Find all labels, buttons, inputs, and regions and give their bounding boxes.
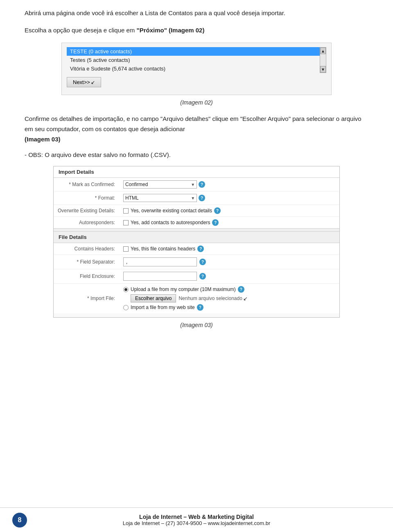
footer-text: Loja de Internet – Web & Marketing Digit… xyxy=(27,514,366,526)
form-bottom-padding xyxy=(54,313,339,317)
field-separator-input-row: ? xyxy=(123,257,335,266)
autoresponders-row: Autoresponders: Yes, add contacts to aut… xyxy=(54,217,339,229)
contains-headers-checkbox-label: Yes, this file contains headers xyxy=(131,246,195,252)
autoresponders-checkbox-label: Yes, add contacts to autoresponders xyxy=(131,220,210,225)
company-contact: Loja de Internet – (27) 3074-9500 – www.… xyxy=(27,520,366,526)
confirmed-select[interactable]: Confirmed ▼ xyxy=(123,180,197,189)
import-details-header: Import Details xyxy=(54,166,339,178)
import-details-table: * Mark as Confirmed: Confirmed ▼ ? * For… xyxy=(54,178,339,228)
autoresponders-label: Autoresponders: xyxy=(54,217,119,229)
obs-text-span: - OBS: O arquivo deve estar salvo no for… xyxy=(25,151,171,158)
import-web-radio-row: Import a file from my web site ? xyxy=(123,304,335,311)
body-text-1: Confirme os detalhes de importação, e no… xyxy=(25,115,361,132)
format-value: HTML ▼ ? xyxy=(119,191,339,205)
overwrite-info-icon[interactable]: ? xyxy=(214,207,221,214)
intro-paragraph-2: Escolha a opção que deseja e clique em "… xyxy=(25,25,368,35)
import-web-radio[interactable] xyxy=(123,305,129,310)
choose-file-button[interactable]: Escolher arquivo xyxy=(131,294,176,302)
field-separator-row: * Field Separator: ? xyxy=(54,255,339,269)
import-file-value: Upload a file from my computer (10M maxi… xyxy=(119,284,339,314)
cursor-icon: ↙ xyxy=(91,80,95,85)
contains-headers-checkbox-row: Yes, this file contains headers ? xyxy=(123,246,335,252)
contains-headers-info-icon[interactable]: ? xyxy=(197,246,204,252)
no-file-text: Nenhum arquivo selecionado xyxy=(178,296,242,301)
mark-confirmed-label: * Mark as Confirmed: xyxy=(54,178,119,191)
import-file-row: * Import File: Upload a file from my com… xyxy=(54,284,339,314)
field-separator-info-icon[interactable]: ? xyxy=(199,259,206,265)
confirmed-select-value: Confirmed xyxy=(125,182,148,187)
scrollbar[interactable]: ▲ ▼ xyxy=(320,47,326,73)
page-footer: 8 Loja de Internet – Web & Marketing Dig… xyxy=(0,507,393,532)
intro-text-2: Escolha a opção que deseja e clique em xyxy=(25,27,137,34)
import-file-label: * Import File: xyxy=(54,284,119,314)
overwrite-checkbox-label: Yes, overwrite existing contact details xyxy=(131,208,212,214)
mark-confirmed-value: Confirmed ▼ ? xyxy=(119,178,339,191)
import-details-header-text: Import Details xyxy=(59,169,94,175)
field-enclosure-input-row: ? xyxy=(123,272,335,281)
overwrite-row: Overwrite Existing Details: Yes, overwri… xyxy=(54,205,339,217)
contact-list-item-2[interactable]: Vitória e Sudeste (5,674 active contacts… xyxy=(67,64,320,73)
contact-list-item-0[interactable]: TESTE (0 active contacts) xyxy=(67,47,320,56)
contains-headers-checkbox[interactable] xyxy=(123,246,129,252)
scroll-track xyxy=(320,54,326,66)
format-row: * Format: HTML ▼ ? xyxy=(54,191,339,205)
overwrite-value: Yes, overwrite existing contact details … xyxy=(119,205,339,217)
caption-02-text: (Imagem 02) xyxy=(180,99,212,106)
caption-02: (Imagem 02) xyxy=(25,99,368,106)
intro-paragraph-1: Abrirá uma página onde você irá escolher… xyxy=(25,8,368,18)
next-btn-area: Next>> ↙ xyxy=(67,77,326,87)
choose-file-row: Escolher arquivo Nenhum arquivo selecion… xyxy=(131,294,335,302)
import-file-radio-group: Upload a file from my computer (10M maxi… xyxy=(123,286,335,311)
body-paragraph-1: Confirme os detalhes de importação, e no… xyxy=(25,114,368,144)
scroll-down-btn[interactable]: ▼ xyxy=(320,66,326,73)
select-arrow-format: ▼ xyxy=(191,196,195,200)
image-03-mock: Import Details * Mark as Confirmed: Conf… xyxy=(53,166,340,318)
contains-headers-row: Contains Headers: Yes, this file contain… xyxy=(54,243,339,255)
file-details-header-text: File Details xyxy=(59,234,87,240)
next-button-label: Next>> xyxy=(73,79,90,85)
contact-list: TESTE (0 active contacts) Testes (5 acti… xyxy=(67,47,320,73)
import-web-radio-label: Import a file from my web site xyxy=(131,305,195,310)
contact-list-item-1[interactable]: Testes (5 active contacts) xyxy=(67,56,320,64)
contains-headers-value: Yes, this file contains headers ? xyxy=(119,243,339,255)
format-select[interactable]: HTML ▼ xyxy=(123,194,197,202)
field-separator-input[interactable] xyxy=(123,257,197,266)
field-enclosure-input[interactable] xyxy=(123,272,197,281)
mark-confirmed-row: * Mark as Confirmed: Confirmed ▼ ? xyxy=(54,178,339,191)
select-arrow-confirmed: ▼ xyxy=(191,182,195,187)
autoresponders-info-icon[interactable]: ? xyxy=(212,219,219,226)
import-web-info-icon[interactable]: ? xyxy=(197,304,203,311)
caption-03-text: (Imagem 03) xyxy=(180,322,212,328)
upload-radio[interactable] xyxy=(123,287,129,292)
field-enclosure-info-icon[interactable]: ? xyxy=(199,273,206,280)
scroll-up-btn[interactable]: ▲ xyxy=(320,48,326,54)
obs-text: - OBS: O arquivo deve estar salvo no for… xyxy=(25,150,368,160)
next-button[interactable]: Next>> ↙ xyxy=(67,77,101,87)
autoresponders-checkbox-row: Yes, add contacts to autoresponders ? xyxy=(123,219,335,226)
page-number: 8 xyxy=(12,513,27,527)
confirmed-select-wrapper: Confirmed ▼ ? xyxy=(123,180,335,189)
field-enclosure-row: Field Enclosure: ? xyxy=(54,269,339,284)
format-label: * Format: xyxy=(54,191,119,205)
field-enclosure-label: Field Enclosure: xyxy=(54,269,119,284)
contains-headers-label: Contains Headers: xyxy=(54,243,119,255)
upload-info-icon[interactable]: ? xyxy=(238,286,244,293)
autoresponders-checkbox[interactable] xyxy=(123,220,129,225)
image-02-mock: TESTE (0 active contacts) Testes (5 acti… xyxy=(61,43,332,95)
file-details-table: Contains Headers: Yes, this file contain… xyxy=(54,243,339,313)
format-select-value: HTML xyxy=(125,195,139,201)
overwrite-checkbox[interactable] xyxy=(123,208,129,214)
format-select-wrapper: HTML ▼ ? xyxy=(123,194,335,202)
body-text-bold: (Imagem 03) xyxy=(25,136,61,143)
intro-text-1: Abrirá uma página onde você irá escolher… xyxy=(25,9,285,16)
company-name: Loja de Internet – Web & Marketing Digit… xyxy=(27,514,366,520)
overwrite-checkbox-row: Yes, overwrite existing contact details … xyxy=(123,207,335,214)
upload-radio-row: Upload a file from my computer (10M maxi… xyxy=(123,286,335,293)
cursor-pointer-icon: ↙ xyxy=(243,296,248,302)
field-separator-label: * Field Separator: xyxy=(54,255,119,269)
confirmed-info-icon[interactable]: ? xyxy=(199,181,205,188)
choose-file-label: Escolher arquivo xyxy=(135,296,172,301)
format-info-icon[interactable]: ? xyxy=(199,195,205,201)
page-number-text: 8 xyxy=(18,516,22,524)
overwrite-label: Overwrite Existing Details: xyxy=(54,205,119,217)
